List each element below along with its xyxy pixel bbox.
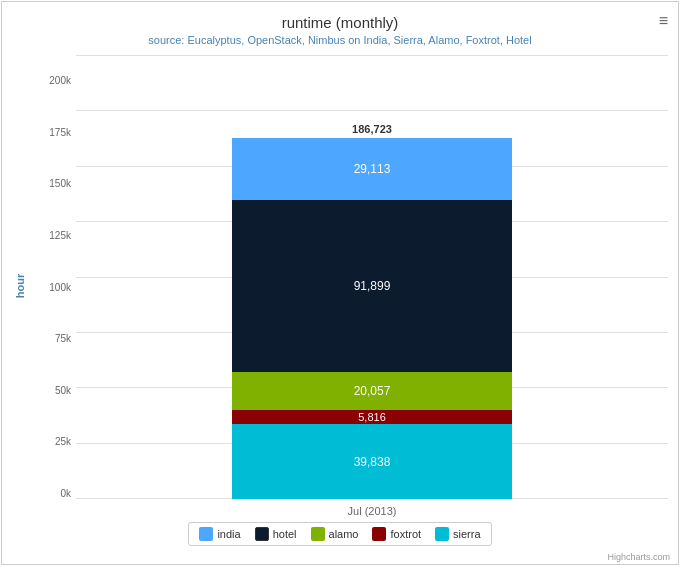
y-tick: 150k bbox=[49, 178, 71, 189]
plot-area: 186,723 29,11391,89920,0575,81639,838 Ju… bbox=[76, 55, 668, 517]
bar-segment-sierra: 39,838 bbox=[232, 424, 512, 499]
legend-color-alamo bbox=[311, 527, 325, 541]
legend-color-foxtrot bbox=[372, 527, 386, 541]
bars-area: 186,723 29,11391,89920,0575,81639,838 Ju… bbox=[76, 55, 668, 517]
y-axis-label-container: hour bbox=[2, 55, 38, 517]
y-tick: 125k bbox=[49, 230, 71, 241]
legend-label-india: india bbox=[217, 528, 240, 540]
legend-label-sierra: sierra bbox=[453, 528, 481, 540]
stacked-bar: 29,11391,89920,0575,81639,838 bbox=[232, 138, 512, 499]
y-tick: 100k bbox=[49, 282, 71, 293]
legend-item-sierra[interactable]: sierra bbox=[435, 527, 481, 541]
y-tick: 25k bbox=[55, 436, 71, 447]
menu-icon[interactable]: ≡ bbox=[659, 12, 668, 30]
chart-container: runtime (monthly) source: Eucalyptus, Op… bbox=[1, 1, 679, 565]
bar-segment-alamo: 20,057 bbox=[232, 372, 512, 410]
chart-subtitle: source: Eucalyptus, OpenStack, Nimbus on… bbox=[42, 34, 638, 46]
legend-label-foxtrot: foxtrot bbox=[390, 528, 421, 540]
legend-item-india[interactable]: india bbox=[199, 527, 240, 541]
bar-segment-hotel: 91,899 bbox=[232, 200, 512, 372]
legend-label-alamo: alamo bbox=[329, 528, 359, 540]
legend-color-hotel bbox=[255, 527, 269, 541]
legend: indiahotelalamofoxtrotsierra bbox=[188, 522, 491, 546]
legend-item-hotel[interactable]: hotel bbox=[255, 527, 297, 541]
total-label: 186,723 bbox=[352, 123, 392, 135]
legend-color-india bbox=[199, 527, 213, 541]
chart-body: hour 200k175k150k125k100k75k50k25k0k 186… bbox=[2, 50, 678, 522]
highcharts-credit: Highcharts.com bbox=[607, 552, 670, 562]
bar-group: 186,723 29,11391,89920,0575,81639,838 bbox=[232, 123, 512, 499]
legend-color-sierra bbox=[435, 527, 449, 541]
y-tick: 175k bbox=[49, 127, 71, 138]
chart-title: runtime (monthly) bbox=[42, 14, 638, 31]
x-label: Jul (2013) bbox=[348, 505, 397, 517]
legend-container: indiahotelalamofoxtrotsierra bbox=[2, 522, 678, 564]
legend-item-alamo[interactable]: alamo bbox=[311, 527, 359, 541]
bar-segment-india: 29,113 bbox=[232, 138, 512, 200]
y-tick: 75k bbox=[55, 333, 71, 344]
bar-segment-foxtrot: 5,816 bbox=[232, 410, 512, 424]
legend-item-foxtrot[interactable]: foxtrot bbox=[372, 527, 421, 541]
y-axis: 200k175k150k125k100k75k50k25k0k bbox=[38, 55, 76, 517]
legend-label-hotel: hotel bbox=[273, 528, 297, 540]
y-axis-label: hour bbox=[14, 274, 26, 298]
y-tick: 200k bbox=[49, 75, 71, 86]
y-tick: 50k bbox=[55, 385, 71, 396]
chart-header: runtime (monthly) source: Eucalyptus, Op… bbox=[2, 2, 678, 50]
y-tick: 0k bbox=[60, 488, 71, 499]
